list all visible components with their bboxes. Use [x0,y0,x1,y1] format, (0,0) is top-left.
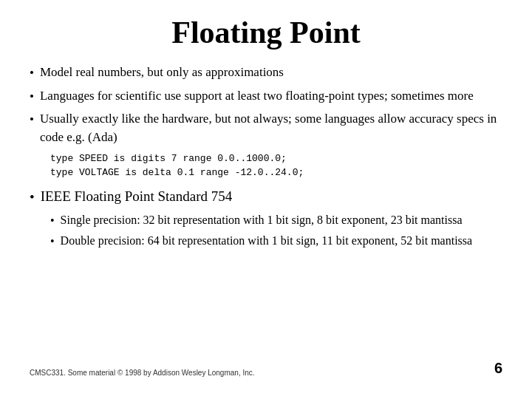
sub-bullet-text: Single precision: 32 bit representation … [61,211,502,228]
slide-content: • Model real numbers, but only as approx… [30,64,502,354]
bullet-icon: • [50,212,55,229]
bullet-icon: • [30,64,34,83]
code-line: type VOLTAGE is delta 0.1 range -12.0..2… [50,166,502,180]
list-item: • Languages for scientific use support a… [30,87,502,106]
bullet-icon: • [30,88,34,106]
sub-bullet-list: • Single precision: 32 bit representatio… [50,211,502,250]
list-item: • IEEE Floating Point Standard 754 [30,186,502,208]
bullet-text: Model real numbers, but only as approxim… [40,64,502,82]
code-line: type SPEED is digits 7 range 0.0..1000.0… [50,151,502,166]
bullet-icon: • [30,187,35,208]
bullet-icon: • [30,111,34,129]
list-item: • Single precision: 32 bit representatio… [50,211,502,229]
code-block: type SPEED is digits 7 range 0.0..1000.0… [50,151,502,180]
list-item: • Usually exactly like the hardware, but… [30,110,502,146]
list-item: • Model real numbers, but only as approx… [30,64,502,83]
list-item: • Double precision: 64 bit representatio… [50,232,502,250]
page-number: 6 [494,360,502,377]
slide-footer: CMSC331. Some material © 1998 by Addison… [30,354,502,377]
bullet-icon: • [50,233,55,250]
sub-bullet-text: Double precision: 64 bit representation … [61,232,502,249]
bullet-text: IEEE Floating Point Standard 754 [41,186,502,207]
slide-title: Floating Point [30,15,502,50]
bullet-text: Usually exactly like the hardware, but n… [40,110,502,146]
bullet-text: Languages for scientific use support at … [40,87,502,106]
slide: Floating Point • Model real numbers, but… [0,0,532,399]
footer-copyright: CMSC331. Some material © 1998 by Addison… [30,369,255,377]
